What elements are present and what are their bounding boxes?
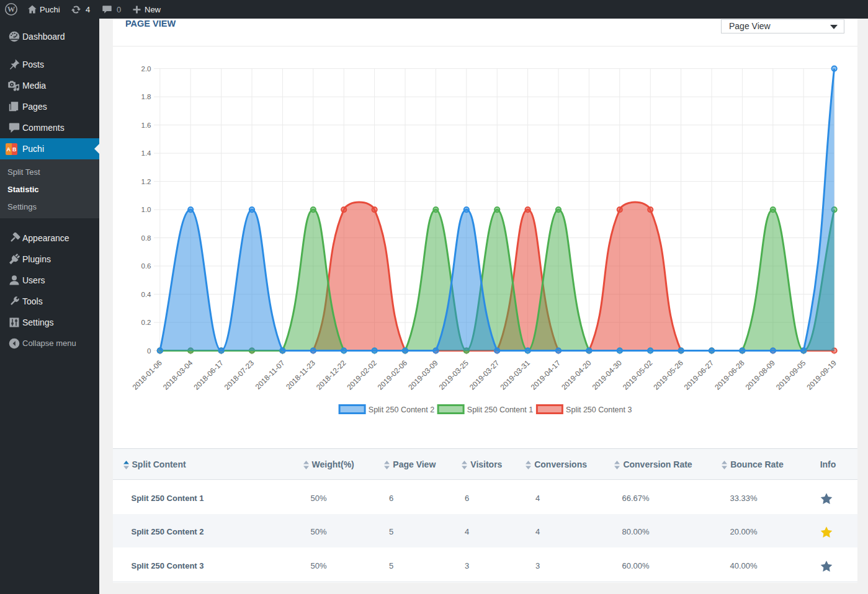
svg-text:2019-04-17: 2019-04-17 <box>529 358 563 392</box>
svg-text:2019-09-19: 2019-09-19 <box>805 358 838 392</box>
svg-text:2019-04-30: 2019-04-30 <box>591 358 624 392</box>
svg-text:2018-11-07: 2018-11-07 <box>254 358 287 391</box>
svg-text:1.8: 1.8 <box>141 93 151 100</box>
svg-text:W: W <box>7 5 16 14</box>
svg-text:1.2: 1.2 <box>141 178 151 185</box>
svg-text:2018-07-23: 2018-07-23 <box>223 358 256 392</box>
svg-text:2019-03-25: 2019-03-25 <box>437 358 471 392</box>
svg-text:0.8: 0.8 <box>141 234 151 242</box>
svg-text:2.0: 2.0 <box>141 65 151 73</box>
svg-text:2019-03-09: 2019-03-09 <box>406 358 440 392</box>
svg-text:2019-03-27: 2019-03-27 <box>468 358 501 392</box>
svg-text:2019-02-06: 2019-02-06 <box>376 358 409 392</box>
svg-text:2019-05-26: 2019-05-26 <box>651 358 685 392</box>
svg-text:2018-12-22: 2018-12-22 <box>315 358 348 392</box>
svg-text:2019-06-27: 2019-06-27 <box>682 358 716 392</box>
svg-text:Split 250 Content 1: Split 250 Content 1 <box>467 406 533 414</box>
svg-text:2019-09-05: 2019-09-05 <box>774 358 808 392</box>
svg-text:2019-02-02: 2019-02-02 <box>345 358 378 392</box>
svg-text:2019-08-09: 2019-08-09 <box>744 358 777 392</box>
svg-text:2018-11-23: 2018-11-23 <box>284 358 317 391</box>
svg-text:Split 250 Content 3: Split 250 Content 3 <box>566 406 632 414</box>
svg-text:0: 0 <box>147 347 151 355</box>
svg-text:2019-06-28: 2019-06-28 <box>713 358 746 392</box>
svg-text:0.6: 0.6 <box>141 262 151 270</box>
svg-text:0.4: 0.4 <box>141 291 152 298</box>
svg-text:2019-04-20: 2019-04-20 <box>560 358 593 392</box>
svg-text:2019-05-02: 2019-05-02 <box>621 358 655 392</box>
svg-text:1.6: 1.6 <box>141 122 151 129</box>
svg-text:2018-06-17: 2018-06-17 <box>192 358 225 392</box>
svg-text:1.4: 1.4 <box>141 149 152 157</box>
svg-text:1.0: 1.0 <box>141 206 151 213</box>
svg-text:2018-03-04: 2018-03-04 <box>161 358 195 392</box>
svg-text:2019-03-31: 2019-03-31 <box>498 358 532 392</box>
svg-text:0.2: 0.2 <box>141 319 151 326</box>
svg-text:2018-01-06: 2018-01-06 <box>131 358 164 392</box>
svg-text:Split 250 Content 2: Split 250 Content 2 <box>369 406 434 414</box>
